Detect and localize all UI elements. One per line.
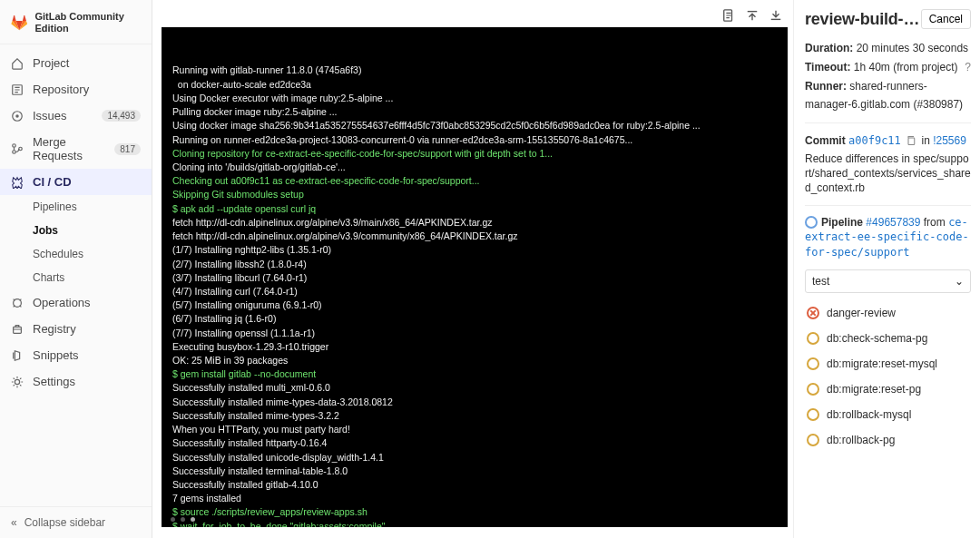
job-item[interactable]: danger-review — [805, 300, 971, 326]
job-name: danger-review — [827, 307, 896, 319]
sidebar-item-label: CI / CD — [33, 175, 72, 189]
job-name: db:rollback-pg — [827, 434, 895, 446]
terminal-line: (1/7) Installing nghttp2-libs (1.35.1-r0… — [172, 243, 777, 257]
terminal-line: $ source ./scripts/review_apps/review-ap… — [172, 505, 777, 519]
terminal-line: fetch http://dl-cdn.alpinelinux.org/alpi… — [172, 216, 777, 230]
sidebar-item-registry[interactable]: Registry — [0, 316, 152, 342]
nav-icon — [11, 142, 24, 155]
job-status-icon — [807, 383, 819, 396]
terminal-line: Successfully installed multi_xml-0.6.0 — [172, 381, 777, 395]
job-item[interactable]: db:migrate:reset-pg — [805, 377, 971, 402]
duration-label: Duration: — [805, 42, 853, 54]
terminal-line: 7 gems installed — [172, 492, 777, 505]
terminal-line: Checking out a00f9c11 as ce-extract-ee-s… — [172, 174, 777, 188]
sidebar-item-issues[interactable]: Issues14,493 — [0, 103, 152, 129]
sidebar-item-merge-requests[interactable]: Merge Requests817 — [0, 129, 152, 169]
terminal-line: Successfully installed gitlab-4.10.0 — [172, 478, 777, 492]
pipeline-from: from — [924, 216, 946, 229]
terminal-line: OK: 25 MiB in 39 packages — [172, 354, 777, 367]
job-name: db:rollback-mysql — [827, 408, 911, 421]
job-item[interactable]: db:rollback-mysql — [805, 402, 971, 427]
sidebar-item-label: Repository — [33, 83, 89, 96]
svg-rect-7 — [14, 327, 22, 333]
job-item[interactable]: db:check-schema-pg — [805, 326, 971, 351]
collapse-sidebar-button[interactable]: « Collapse sidebar — [0, 506, 152, 538]
sidebar-badge: 817 — [114, 143, 141, 155]
terminal-output[interactable]: Running with gitlab-runner 11.8.0 (4745a… — [162, 27, 788, 527]
commit-in: in — [922, 134, 930, 147]
copy-commit-icon[interactable] — [906, 135, 916, 146]
terminal-line: (2/7) Installing libssh2 (1.8.0-r4) — [172, 258, 777, 271]
timeout-help-icon[interactable]: ? — [965, 59, 971, 76]
pipeline-id-link[interactable]: #49657839 — [866, 216, 920, 229]
terminal-line: $ apk add --update openssl curl jq — [172, 202, 777, 216]
merge-request-link[interactable]: !25569 — [933, 134, 966, 147]
svg-point-3 — [13, 144, 16, 148]
nav-icon — [11, 349, 24, 362]
job-details-sidebar: review-build-cng Cancel Duration: 20 min… — [793, 0, 980, 538]
duration-value: 20 minutes 30 seconds — [857, 42, 968, 54]
terminal-line: Successfully installed mime-types-data-3… — [172, 396, 777, 409]
sidebar-subitem-pipelines[interactable]: Pipelines — [33, 195, 152, 219]
main-content: Running with gitlab-runner 11.8.0 (4745a… — [152, 0, 980, 538]
sidebar-subitem-schedules[interactable]: Schedules — [33, 242, 152, 266]
sidebar-submenu: PipelinesJobsSchedulesCharts — [0, 195, 152, 289]
job-name: db:migrate:reset-mysql — [827, 357, 937, 370]
terminal-line: $ gem install gitlab --no-document — [172, 367, 777, 381]
terminal-line: Successfully installed unicode-display_w… — [172, 451, 777, 465]
sidebar-item-label: Issues — [33, 109, 67, 122]
terminal-line: (6/7) Installing jq (1.6-r0) — [172, 312, 777, 326]
terminal-line: Cloning repository for ce-extract-ee-spe… — [172, 147, 777, 161]
sidebar-item-snippets[interactable]: Snippets — [0, 342, 152, 368]
terminal-line: Successfully installed mime-types-3.2.2 — [172, 409, 777, 423]
terminal-line: (7/7) Installing openssl (1.1.1a-r1) — [172, 327, 777, 340]
scroll-bottom-icon[interactable] — [769, 9, 782, 22]
job-status-icon — [807, 307, 819, 319]
cancel-button[interactable]: Cancel — [921, 9, 971, 29]
sidebar-nav-list: ProjectRepositoryIssues14,493Merge Reque… — [0, 44, 152, 400]
svg-point-2 — [15, 114, 19, 118]
sidebar-header: GitLab Community Edition — [0, 0, 152, 44]
carousel-dots — [171, 517, 195, 522]
terminal-line: Successfully installed terminal-table-1.… — [172, 465, 777, 478]
commit-sha-link[interactable]: a00f9c11 — [848, 134, 901, 147]
collapse-icon: « — [11, 516, 17, 529]
nav-icon — [11, 57, 24, 70]
job-name: db:check-schema-pg — [827, 332, 927, 345]
job-status-icon — [807, 332, 819, 345]
sidebar-item-repository[interactable]: Repository — [0, 76, 152, 103]
app-title: GitLab Community Edition — [34, 11, 141, 34]
sidebar-item-label: Snippets — [33, 348, 79, 362]
chevron-down-icon: ⌄ — [955, 275, 964, 288]
terminal-line: on docker-auto-scale ed2dce3a — [172, 78, 777, 92]
sidebar-item-operations[interactable]: Operations — [0, 289, 152, 316]
terminal-line: Using Docker executor with image ruby:2.… — [172, 92, 777, 105]
job-name: db:migrate:reset-pg — [827, 383, 921, 396]
sidebar-item-label: Merge Requests — [33, 135, 105, 162]
sidebar-item-ci-cd[interactable]: CI / CD — [0, 169, 152, 195]
timeout-label: Timeout: — [805, 61, 850, 73]
sidebar-item-label: Operations — [33, 296, 91, 309]
sidebar-subitem-charts[interactable]: Charts — [33, 266, 152, 289]
nav-icon — [11, 176, 24, 189]
sidebar-item-settings[interactable]: Settings — [0, 368, 152, 395]
job-item[interactable]: db:migrate:reset-mysql — [805, 351, 971, 377]
terminal-line: When you HTTParty, you must party hard! — [172, 423, 777, 436]
pipeline-label: Pipeline — [821, 216, 863, 229]
stage-selector[interactable]: test ⌄ — [805, 269, 971, 293]
terminal-line: Running on runner-ed2dce3a-project-13083… — [172, 133, 777, 147]
nav-icon — [11, 376, 24, 388]
sidebar-subitem-jobs[interactable]: Jobs — [33, 219, 152, 242]
sidebar: GitLab Community Edition ProjectReposito… — [0, 0, 152, 538]
svg-point-8 — [15, 379, 19, 384]
nav-icon — [11, 110, 24, 122]
terminal-toolbar — [162, 9, 788, 27]
commit-message: Reduce differences in spec/support/share… — [805, 152, 971, 196]
svg-point-4 — [13, 151, 16, 154]
sidebar-item-project[interactable]: Project — [0, 50, 152, 76]
sidebar-item-label: Registry — [33, 322, 76, 336]
scroll-top-icon[interactable] — [746, 9, 759, 22]
raw-log-icon[interactable] — [722, 9, 735, 22]
job-item[interactable]: db:rollback-pg — [805, 427, 971, 453]
gitlab-logo-icon — [11, 13, 27, 33]
